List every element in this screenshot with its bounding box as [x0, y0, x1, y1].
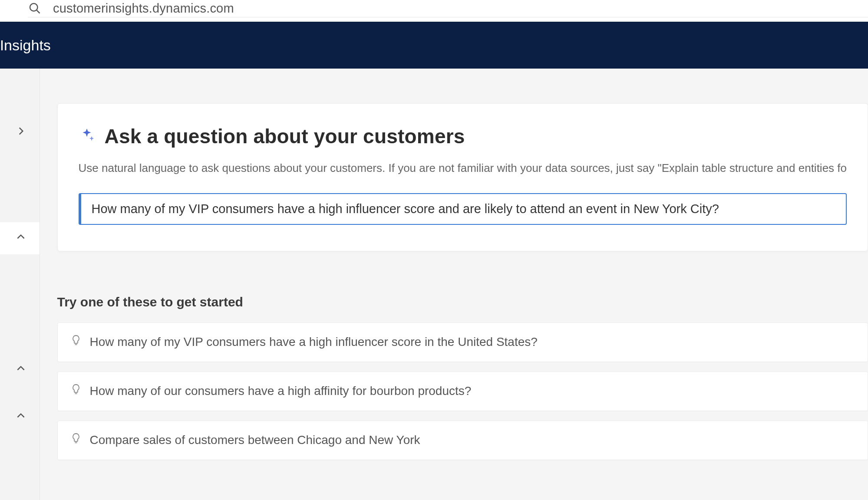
- suggestion-item[interactable]: How many of my VIP consumers have a high…: [57, 322, 868, 362]
- app-title: er Insights: [0, 37, 51, 54]
- suggestions-header: Try one of these to get started: [57, 295, 868, 309]
- suggestion-item[interactable]: Compare sales of customers between Chica…: [57, 421, 868, 460]
- sidebar-item-expanded-2[interactable]: [0, 339, 40, 401]
- chevron-right-icon: [15, 125, 26, 140]
- lightbulb-icon: [71, 383, 81, 399]
- browser-address-bar[interactable]: customerinsights.dynamics.com: [0, 0, 868, 22]
- lightbulb-icon: [71, 432, 81, 448]
- ask-question-input[interactable]: [92, 202, 836, 216]
- suggestion-text: How many of my VIP consumers have a high…: [90, 335, 538, 349]
- chevron-up-icon: [15, 410, 26, 424]
- chevron-up-icon: [15, 231, 26, 246]
- chevron-up-icon: [15, 362, 26, 377]
- sidebar-item-sources[interactable]: es: [0, 263, 40, 295]
- svg-line-1: [37, 10, 40, 13]
- sidebar-item-audience[interactable]: ience: [0, 116, 40, 148]
- ask-question-card: Ask a question about your customers Use …: [57, 103, 868, 251]
- search-icon: [28, 1, 41, 16]
- ask-question-input-wrapper[interactable]: [79, 193, 847, 225]
- sparkle-icon: [79, 127, 95, 145]
- ask-question-title: Ask a question about your customers: [105, 125, 465, 148]
- suggestion-text: How many of our consumers have a high af…: [90, 384, 472, 398]
- ask-question-description: Use natural language to ask questions ab…: [79, 160, 847, 177]
- main-content: Ask a question about your customers Use …: [40, 69, 868, 500]
- lightbulb-icon: [71, 334, 81, 350]
- suggestion-text: Compare sales of customers between Chica…: [90, 433, 420, 447]
- app-header: er Insights: [0, 22, 868, 69]
- suggestion-item[interactable]: How many of our consumers have a high af…: [57, 372, 868, 411]
- left-sidebar: ience es: [0, 69, 40, 500]
- sidebar-item-expanded-1[interactable]: [0, 222, 40, 254]
- svg-point-0: [30, 3, 38, 11]
- browser-url[interactable]: customerinsights.dynamics.com: [53, 1, 234, 16]
- suggestions-section: Try one of these to get started How many…: [57, 295, 868, 460]
- sidebar-item-expanded-3[interactable]: [0, 410, 40, 433]
